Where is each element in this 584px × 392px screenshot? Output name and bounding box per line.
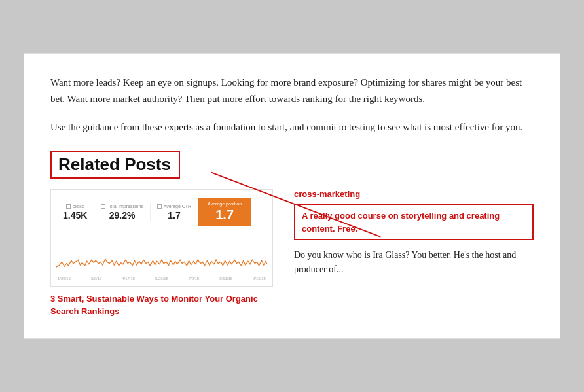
x-label-4: 7/3/15 [189,277,200,281]
clicks-stat: clicks 1.45K [56,204,94,221]
clicks-checkbox [66,204,71,209]
ctr-value: 1.7 [168,210,180,221]
avg-position-label: Average position [208,202,242,206]
post-title-box: A really good course on storytelling and… [294,204,534,240]
clicks-label: clicks [66,204,84,209]
page-container: Want more leads? Keep an eye on signups.… [24,53,560,339]
x-label-6: 9/19/15 [253,277,266,281]
impressions-stat: Total Impressions 29.2% [94,204,149,221]
post-excerpt: Do you know who is Ira Glass? You better… [294,248,534,277]
left-card-link[interactable]: 3 Smart, Sustainable Ways to Monitor You… [50,293,273,317]
ctr-label: Average CTR [157,204,191,209]
x-label-1: 3/9/15 [91,277,102,281]
impressions-value: 29.2% [109,210,136,221]
avg-position-value: 1.7 [215,207,234,223]
related-posts-header: Related Posts [50,151,180,179]
x-label-5: 8/11/15 [219,277,232,281]
left-post-card: clicks 1.45K Total Impressions 29.2% [50,189,273,317]
chart-area: 1/29/15 3/9/15 4/17/15 5/26/15 7/3/15 8/… [51,232,272,286]
avg-position-stat: Average position 1.7 [198,198,251,226]
intro-paragraph-2: Use the guidance from these experts as a… [50,119,534,135]
x-label-3: 5/26/15 [155,277,168,281]
analytics-widget: clicks 1.45K Total Impressions 29.2% [50,189,273,287]
clicks-value: 1.45K [63,210,87,221]
impressions-label: Total Impressions [101,204,143,209]
post-category: cross-marketing [294,189,534,199]
chart-x-labels: 1/29/15 3/9/15 4/17/15 5/26/15 7/3/15 8/… [56,277,267,281]
x-label-0: 1/29/15 [58,277,71,281]
ctr-stat: Average CTR 1.7 [151,204,198,221]
right-post-card: cross-marketing A really good course on … [294,189,534,277]
analytics-stats: clicks 1.45K Total Impressions 29.2% [51,195,272,232]
related-posts-title: Related Posts [58,154,171,175]
intro-paragraph-1: Want more leads? Keep an eye on signups.… [50,75,534,107]
chart-svg [56,235,267,274]
ctr-checkbox [157,204,162,209]
x-label-2: 4/17/15 [122,277,135,281]
impressions-checkbox [101,204,105,209]
related-section: Related Posts clicks 1.45K [50,151,534,317]
related-posts-grid: clicks 1.45K Total Impressions 29.2% [50,189,534,317]
post-title: A really good course on storytelling and… [302,211,500,233]
